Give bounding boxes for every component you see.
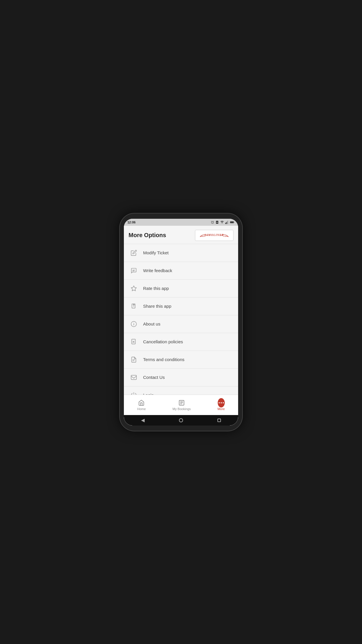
svg-rect-8 [228,220,228,224]
menu-item-about-us[interactable]: About us [124,315,238,333]
menu-item-cancellation-policies[interactable]: Cancellation policies [124,333,238,351]
svg-rect-5 [225,223,226,224]
menu-item-terms-conditions[interactable]: Terms and conditions [124,351,238,369]
svg-rect-2 [217,222,217,223]
my-bookings-nav-label: My Bookings [173,407,191,411]
power-icon [130,391,138,395]
menu-item-share-app[interactable]: Share this app [124,298,238,315]
wifi-icon [220,220,224,224]
menu-item-rate-app[interactable]: Rate this app [124,280,238,298]
nav-home[interactable]: Home [131,398,152,412]
svg-rect-7 [227,221,227,224]
battery-icon [230,220,235,224]
signal-icon [225,220,229,224]
logo-container: LIMOLINER [195,230,233,241]
star-icon [130,284,138,293]
document-icon [130,356,138,364]
status-time: 12:06 [127,220,136,224]
write-feedback-label: Write feedback [143,268,172,273]
dot-3 [223,402,224,403]
envelope-icon [130,373,138,382]
terms-conditions-label: Terms and conditions [143,357,184,362]
three-dots [219,402,224,403]
cancellation-policies-label: Cancellation policies [143,339,183,344]
info-icon [130,320,138,328]
dot-2 [221,402,222,403]
app-content: More Options [124,226,238,426]
limoliner-svg: LIMOLINER [198,231,230,239]
share-app-label: Share this app [143,304,171,309]
recent-button[interactable] [217,419,221,422]
menu-item-write-feedback[interactable]: Write feedback [124,262,238,280]
edit-icon [130,249,138,257]
svg-rect-1 [216,221,218,224]
dot-1 [219,402,220,403]
cancel-doc-icon [130,338,138,346]
more-nav-icon [218,399,225,406]
svg-rect-6 [226,222,227,224]
about-us-label: About us [143,321,160,326]
back-button[interactable]: ◀ [141,417,145,423]
share-icon [130,302,138,310]
svg-rect-10 [230,221,233,223]
more-nav-label: More [217,407,225,411]
page-title: More Options [129,232,166,239]
status-icons [211,220,235,224]
sim-icon [215,220,219,224]
modify-ticket-label: Modify Ticket [143,250,169,255]
menu-item-login[interactable]: Login [124,386,238,395]
contact-us-label: Contact Us [143,375,165,380]
phone-screen: 12:06 [124,219,238,426]
home-button[interactable] [179,418,183,422]
bookings-nav-icon [178,399,185,406]
svg-text:LIMOLINER: LIMOLINER [204,233,224,237]
android-nav: ◀ [124,415,238,426]
menu-item-contact-us[interactable]: Contact Us [124,369,238,386]
alarm-icon [211,220,214,224]
svg-rect-3 [217,222,218,223]
more-dot-circle [218,398,225,407]
phone-frame: 12:06 [120,214,242,431]
limoliner-logo: LIMOLINER [198,231,230,239]
header: More Options [124,226,238,244]
nav-more[interactable]: More [212,398,231,412]
bottom-nav: Home My Bookings [124,395,238,415]
home-nav-icon [138,399,145,406]
rate-app-label: Rate this app [143,286,169,291]
svg-marker-14 [131,286,136,290]
status-bar: 12:06 [124,219,238,226]
home-nav-label: Home [137,407,146,411]
menu-list: Modify Ticket Write feedback Rate this a… [124,244,238,395]
chat-icon [130,267,138,275]
svg-point-4 [222,223,222,224]
nav-my-bookings[interactable]: My Bookings [167,398,197,412]
menu-item-modify-ticket[interactable]: Modify Ticket [124,244,238,262]
svg-rect-25 [131,375,136,379]
